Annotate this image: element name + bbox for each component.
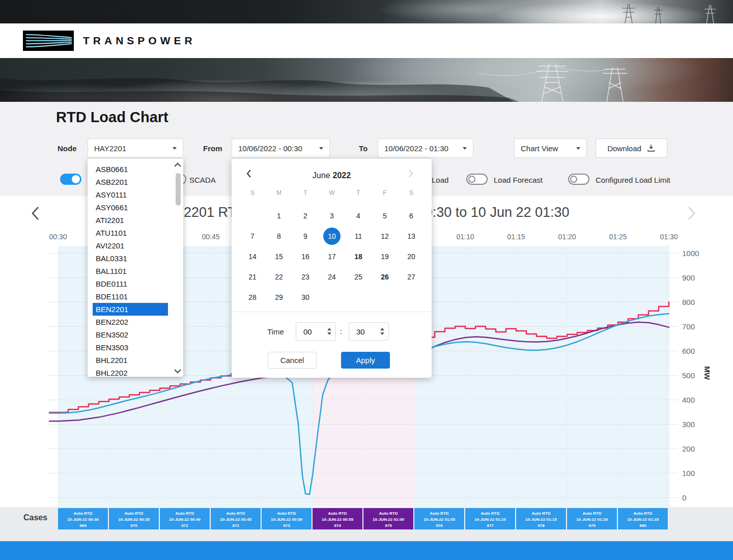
case-cell[interactable]: Auto RTD10-JUN-22 00:50973 (262, 508, 312, 529)
load-forecast-toggle[interactable] (466, 174, 488, 185)
case-cell[interactable]: Auto RTD10-JUN-22 01:20979 (567, 508, 617, 529)
brand-name: TRANSPOWER (83, 35, 196, 47)
download-button[interactable]: Download (596, 138, 667, 158)
node-option[interactable]: BAL0331 (88, 252, 183, 265)
calendar-day[interactable]: 10 (319, 226, 345, 246)
calendar-month: June (313, 171, 330, 180)
apply-button[interactable]: Apply (341, 352, 390, 369)
case-cell[interactable]: Auto RTD10-JUN-22 00:40971 (160, 508, 210, 529)
node-select[interactable]: HAY2201 (88, 138, 183, 158)
calendar-day[interactable]: 15 (266, 246, 292, 267)
stepper-up-icon[interactable] (380, 328, 384, 330)
case-cell[interactable]: Auto RTD10-JUN-22 01:15978 (516, 508, 567, 529)
node-select-value: HAY2201 (94, 144, 126, 153)
next-month-icon[interactable] (408, 169, 414, 178)
node-option[interactable]: BAL1101 (88, 265, 183, 277)
x-axis-label: 00:30 (49, 233, 67, 241)
case-cell[interactable]: Auto RTD10-JUN-22 01:25980 (618, 508, 668, 529)
rtd-load-toggle[interactable] (60, 174, 81, 185)
calendar-day[interactable]: 30 (292, 287, 319, 307)
case-cell[interactable]: Auto RTD10-JUN-22 01:05976 (414, 508, 465, 529)
stepper-down-icon[interactable] (380, 332, 384, 335)
calendar-day[interactable]: 1 (266, 206, 292, 226)
from-datetime-select[interactable]: 10/06/2022 - 00:30 (232, 138, 330, 158)
to-datetime-select[interactable]: 10/06/2022 - 01:30 (378, 138, 473, 158)
calendar-day[interactable]: 5 (372, 206, 398, 226)
case-cell[interactable]: Auto RTD10-JUN-22 01:00975 (363, 508, 414, 529)
node-option[interactable]: ASB0661 (88, 163, 183, 176)
node-option[interactable]: ASY0111 (88, 188, 183, 201)
calendar-day[interactable]: 12 (372, 226, 398, 246)
calendar-day[interactable]: 20 (398, 246, 425, 267)
node-option[interactable]: ASY0661 (88, 201, 183, 214)
bottom-bar (0, 541, 733, 560)
calendar-year: 2022 (333, 171, 351, 180)
scroll-down-icon[interactable] (174, 369, 182, 374)
calendar-day[interactable]: 22 (266, 267, 292, 287)
node-option[interactable]: BDE0111 (88, 277, 183, 290)
y-axis-unit-label: MW (703, 366, 712, 380)
calendar-day[interactable]: 7 (239, 226, 266, 246)
calendar-day[interactable]: 14 (239, 246, 266, 267)
calendar-day[interactable]: 29 (266, 287, 292, 307)
scroll-up-icon[interactable] (174, 162, 182, 167)
from-datetime-value: 10/06/2022 - 00:30 (238, 144, 302, 153)
node-option[interactable]: BDE1101 (88, 290, 183, 303)
case-cell[interactable]: Auto RTD10-JUN-22 00:55974 (313, 508, 363, 529)
hour-stepper[interactable]: 00 (296, 322, 336, 341)
node-option[interactable]: AVI2201 (88, 239, 183, 252)
calendar-day[interactable]: 13 (398, 226, 425, 246)
node-option[interactable]: ASB2201 (88, 176, 183, 188)
case-cell[interactable]: Auto RTD10-JUN-22 00:35970 (109, 508, 159, 529)
calendar-day-header: S (398, 189, 425, 197)
to-label: To (359, 144, 368, 153)
calendar-day[interactable]: 24 (319, 267, 345, 287)
calendar-day[interactable]: 17 (319, 246, 345, 267)
y-axis-label: 200 (682, 444, 695, 453)
calendar-day[interactable]: 11 (345, 226, 372, 246)
node-option[interactable]: BEN2201 (88, 303, 183, 316)
chevron-down-icon (173, 147, 177, 150)
node-label: Node (58, 144, 77, 153)
case-cell[interactable]: Auto RTD10-JUN-22 00:30969 (58, 508, 108, 529)
configured-load-limit-toggle[interactable] (568, 174, 589, 185)
calendar-day[interactable]: 18 (345, 246, 372, 267)
calendar-day[interactable]: 23 (292, 267, 319, 287)
divider (232, 312, 432, 312)
calendar-day[interactable]: 16 (292, 246, 319, 267)
cancel-button[interactable]: Cancel (268, 352, 317, 369)
calendar-day[interactable]: 2 (292, 206, 319, 226)
chart-view-select[interactable]: Chart View (514, 138, 587, 158)
calendar-day[interactable]: 26 (372, 267, 398, 287)
chart-prev-icon[interactable] (31, 206, 40, 221)
node-option[interactable]: BEN3503 (88, 341, 183, 354)
case-cell[interactable]: Auto RTD10-JUN-22 01:10977 (465, 508, 516, 529)
transpower-logo[interactable] (23, 31, 74, 51)
node-option[interactable]: BEN3502 (88, 328, 183, 341)
calendar-day[interactable]: 8 (266, 226, 292, 246)
node-option[interactable]: ATI2201 (88, 214, 183, 227)
minute-value: 30 (356, 327, 365, 336)
case-cell[interactable]: Auto RTD10-JUN-22 00:45972 (211, 508, 261, 529)
calendar-day[interactable]: 3 (319, 206, 345, 226)
calendar-day[interactable]: 19 (372, 246, 398, 267)
calendar-day[interactable]: 21 (239, 267, 266, 287)
node-option[interactable]: BEN2202 (88, 316, 183, 328)
chevron-down-icon (319, 147, 323, 150)
calendar-day[interactable]: 28 (239, 287, 266, 307)
calendar-day[interactable]: 9 (292, 226, 319, 246)
calendar-day[interactable]: 4 (345, 206, 372, 226)
gridline-vertical (58, 246, 59, 507)
calendar-day[interactable]: 6 (398, 206, 425, 226)
chart-next-icon[interactable] (687, 206, 696, 221)
calendar-day[interactable]: 27 (398, 267, 425, 287)
node-option[interactable]: BHL2201 (88, 354, 183, 367)
node-option[interactable]: ATU1101 (88, 227, 183, 239)
calendar-day-headers: SMTWTFS (239, 189, 425, 197)
scrollbar-thumb[interactable] (176, 173, 181, 206)
calendar-day[interactable]: 25 (345, 267, 372, 287)
stepper-up-icon[interactable] (327, 328, 331, 330)
stepper-down-icon[interactable] (327, 332, 331, 335)
minute-stepper[interactable]: 30 (349, 322, 389, 341)
node-option[interactable]: BHL2202 (88, 367, 183, 377)
